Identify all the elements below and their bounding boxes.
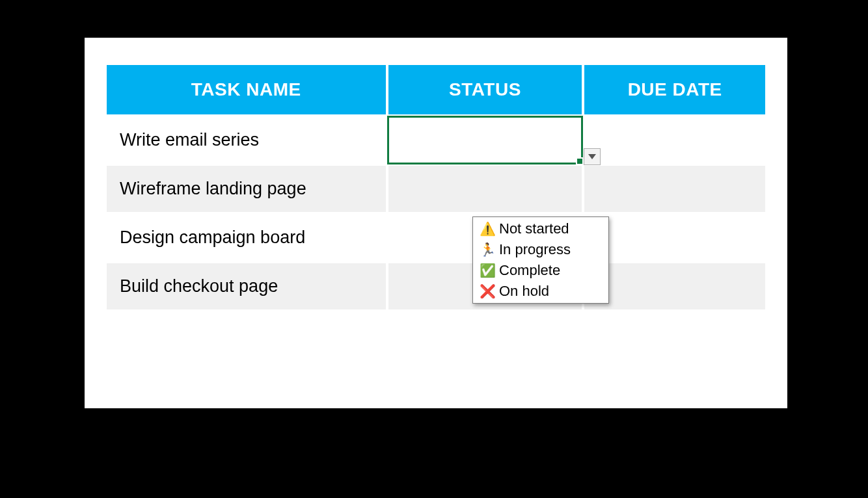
dropdown-option-on-hold[interactable]: ❌ On hold	[473, 281, 608, 302]
table-row: Build checkout page	[105, 262, 766, 311]
warning-icon: ⚠️	[480, 221, 495, 237]
header-task-name[interactable]: TASK NAME	[105, 64, 387, 116]
spreadsheet-card: TASK NAME STATUS DUE DATE Write email se…	[85, 38, 787, 408]
dropdown-option-label: Complete	[499, 262, 560, 279]
cell-task-name[interactable]: Wireframe landing page	[105, 164, 387, 213]
cell-due-date[interactable]	[583, 164, 766, 213]
cell-due-date[interactable]	[583, 116, 766, 164]
task-table: TASK NAME STATUS DUE DATE Write email se…	[104, 62, 768, 359]
table-row-empty	[105, 311, 766, 358]
cell-empty[interactable]	[105, 311, 387, 358]
table-row: Design campaign board	[105, 213, 766, 262]
status-dropdown-list: ⚠️ Not started 🏃 In progress ✅ Complete …	[472, 216, 609, 304]
selection-outline	[387, 116, 584, 164]
chevron-down-icon	[588, 154, 596, 159]
svg-marker-0	[588, 154, 596, 159]
dropdown-option-label: On hold	[499, 283, 549, 300]
cell-task-name[interactable]: Design campaign board	[105, 213, 387, 262]
cell-status-selected[interactable]	[387, 116, 584, 164]
table-row: Write email series	[105, 116, 766, 164]
dropdown-option-label: In progress	[499, 241, 571, 258]
check-icon: ✅	[480, 263, 495, 278]
table-row: Wireframe landing page	[105, 164, 766, 213]
cell-task-name[interactable]: Write email series	[105, 116, 387, 164]
cell-due-date[interactable]	[583, 262, 766, 311]
dropdown-toggle-button[interactable]	[584, 148, 601, 165]
runner-icon: 🏃	[480, 242, 495, 257]
cell-status[interactable]	[387, 164, 584, 213]
dropdown-option-complete[interactable]: ✅ Complete	[473, 260, 608, 281]
cell-due-date[interactable]	[583, 213, 766, 262]
dropdown-option-in-progress[interactable]: 🏃 In progress	[473, 239, 608, 260]
cross-icon: ❌	[480, 283, 495, 299]
header-due-date[interactable]: DUE DATE	[583, 64, 766, 116]
dropdown-option-not-started[interactable]: ⚠️ Not started	[473, 218, 608, 239]
dropdown-option-label: Not started	[499, 220, 569, 237]
header-status[interactable]: STATUS	[387, 64, 584, 116]
cell-empty[interactable]	[583, 311, 766, 358]
cell-task-name[interactable]: Build checkout page	[105, 262, 387, 311]
cell-empty[interactable]	[387, 311, 584, 358]
